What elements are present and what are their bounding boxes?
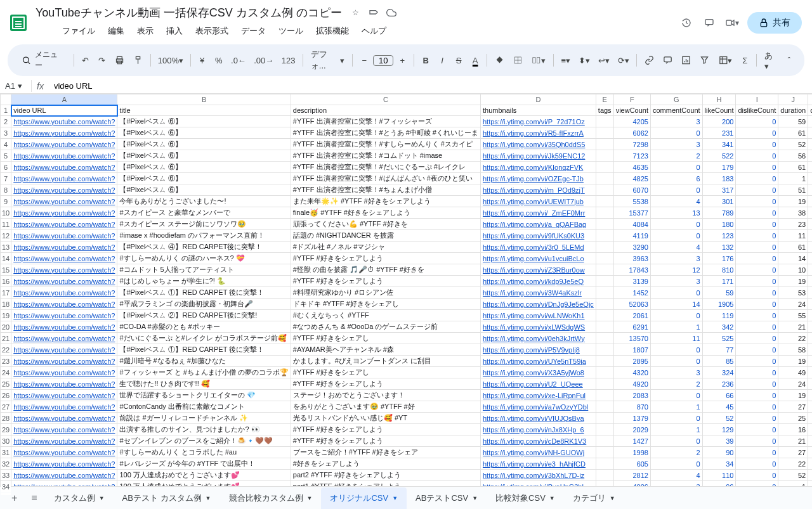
- cell[interactable]: 24: [808, 230, 812, 242]
- cell[interactable]: 66: [702, 390, 736, 401]
- sheet-tab[interactable]: 比較対象CSV▼: [487, 487, 564, 496]
- cell[interactable]: 7298: [613, 139, 650, 150]
- col-header-F[interactable]: F: [613, 94, 650, 105]
- cell[interactable]: 1452: [613, 287, 650, 299]
- cell[interactable]: 24: [808, 333, 812, 344]
- cell[interactable]: 179: [702, 162, 736, 173]
- cell[interactable]: 85: [702, 356, 736, 367]
- cell[interactable]: 【#Pixelベスㄙ ⑥】: [117, 139, 291, 150]
- cell[interactable]: 810: [702, 264, 736, 276]
- cell[interactable]: 301: [702, 196, 736, 207]
- cell[interactable]: [596, 470, 613, 481]
- row-header-9[interactable]: 9: [1, 196, 11, 207]
- cell[interactable]: https://i.ytimg.com/vi/X3A5yjWo8: [480, 367, 596, 378]
- cell[interactable]: 22: [778, 458, 808, 470]
- cell[interactable]: 4: [650, 470, 702, 481]
- row-header-4[interactable]: 4: [1, 139, 11, 150]
- cell[interactable]: 4205: [613, 116, 650, 127]
- redo-button[interactable]: ↷: [95, 51, 110, 69]
- cell[interactable]: 0: [736, 207, 778, 219]
- cell[interactable]: [596, 390, 613, 401]
- row-header-10[interactable]: 10: [1, 207, 11, 219]
- star-icon[interactable]: ☆: [348, 5, 363, 20]
- cell[interactable]: https://i.ytimg.com/vi/cDe8RK1V3: [480, 435, 596, 447]
- cell[interactable]: 24: [808, 184, 812, 196]
- cell[interactable]: 61: [778, 242, 808, 253]
- cell-header[interactable]: likeCount: [702, 105, 736, 116]
- cell[interactable]: https://i.ytimg.com/vi/U2_UQeee: [480, 378, 596, 390]
- cell[interactable]: ブースをご紹介！#YTFF #好きをシェア: [291, 447, 480, 458]
- cell[interactable]: 0: [736, 116, 778, 127]
- cell[interactable]: [596, 242, 613, 253]
- cell[interactable]: 123: [702, 230, 736, 242]
- cell[interactable]: 0: [736, 435, 778, 447]
- cell-header[interactable]: viewCount: [613, 105, 650, 116]
- cell[interactable]: 0: [736, 447, 778, 458]
- cell[interactable]: https://www.youtube.com/watch?: [11, 378, 117, 390]
- cell[interactable]: 16: [778, 424, 808, 435]
- cell[interactable]: #ドズル社 #ノネル #マジシャ: [291, 242, 480, 253]
- cell[interactable]: 【#Pixelベスㄙ ⑥】: [117, 116, 291, 127]
- cell[interactable]: 4825: [613, 173, 650, 184]
- cell[interactable]: https://i.ytimg.com/vi/xe-LiRpnFul: [480, 390, 596, 401]
- halign-button[interactable]: ≡▾: [558, 51, 574, 69]
- cell[interactable]: 56: [778, 150, 808, 162]
- cell[interactable]: https://www.youtube.com/watch?: [11, 413, 117, 424]
- cell[interactable]: 24: [808, 378, 812, 390]
- cell[interactable]: 4320: [613, 367, 650, 378]
- cell[interactable]: [596, 207, 613, 219]
- cell[interactable]: #AYAMAR美ヘアチャンネル #森: [291, 344, 480, 356]
- cell[interactable]: #セブンイレブン のブースをご紹介！🍮🔹🤎🤎: [117, 435, 291, 447]
- cell[interactable]: 0: [736, 196, 778, 207]
- name-box[interactable]: A1 ▾: [0, 80, 32, 92]
- cell[interactable]: https://www.youtube.com/watch?: [11, 276, 117, 287]
- cell[interactable]: #コムドット 5人揃ってアーティスト: [117, 264, 291, 276]
- meet-icon[interactable]: ▾: [724, 15, 740, 30]
- cell[interactable]: 183: [702, 173, 736, 184]
- chart-button[interactable]: [678, 51, 695, 69]
- cell[interactable]: https://i.ytimg.com/vi/m_POd9zjT: [480, 184, 596, 196]
- cell-header[interactable]: tags: [596, 105, 613, 116]
- cell[interactable]: 1: [778, 173, 808, 184]
- cell[interactable]: 341: [702, 139, 736, 150]
- currency-button[interactable]: ¥: [195, 51, 210, 69]
- comments-icon[interactable]: [702, 15, 717, 30]
- cell[interactable]: 0: [650, 162, 702, 173]
- cell[interactable]: 24: [778, 378, 808, 390]
- cell[interactable]: 0: [650, 127, 702, 139]
- cell[interactable]: 49: [778, 367, 808, 378]
- cell[interactable]: 100 万人達成おめでとうございます💕: [117, 470, 291, 481]
- paint-format-button[interactable]: [129, 51, 147, 69]
- cell[interactable]: [596, 230, 613, 242]
- cell[interactable]: https://www.youtube.com/watch?: [11, 470, 117, 481]
- cell[interactable]: https://www.youtube.com/watch?: [11, 458, 117, 470]
- cell[interactable]: https://www.youtube.com/watch?: [11, 196, 117, 207]
- sheet-tab[interactable]: カテゴリ▼: [564, 487, 624, 496]
- cell[interactable]: 2895: [613, 356, 650, 367]
- cell[interactable]: https://i.ytimg.com/vi/R5-fIFxzrrA: [480, 127, 596, 139]
- cell[interactable]: https://i.ytimg.com/vi/e3_hAhjfCD: [480, 458, 596, 470]
- cell[interactable]: [596, 150, 613, 162]
- cell[interactable]: https://i.ytimg.com/vi/a_gQAFBag: [480, 219, 596, 230]
- cell[interactable]: 129: [702, 424, 736, 435]
- cell[interactable]: https://i.ytimg.com/vi/wLNWoKh1: [480, 310, 596, 321]
- cell[interactable]: 19: [778, 196, 808, 207]
- cell[interactable]: [596, 219, 613, 230]
- cell[interactable]: 24: [808, 253, 812, 264]
- cell[interactable]: https://i.ytimg.com/vi/VIUJQsBva: [480, 413, 596, 424]
- cell[interactable]: 0: [736, 127, 778, 139]
- cell[interactable]: #スカイピース ステージ前にソワソワ🥹: [117, 219, 291, 230]
- cell[interactable]: finale🥳 #YTFF #好きをシェアしよう: [291, 207, 480, 219]
- cell[interactable]: 4084: [613, 219, 650, 230]
- cell[interactable]: https://www.youtube.com/watch?: [11, 390, 117, 401]
- cell[interactable]: 24: [808, 219, 812, 230]
- row-header-6[interactable]: 6: [1, 162, 11, 173]
- cell[interactable]: https://i.ytimg.com/vi/UYe5nT59ja: [480, 356, 596, 367]
- cell[interactable]: #すしらーめんりく とコラボした #au: [117, 447, 291, 458]
- filter-button[interactable]: [696, 51, 713, 69]
- cell[interactable]: https://www.youtube.com/watch?: [11, 173, 117, 184]
- cell[interactable]: 0: [736, 264, 778, 276]
- row-header-32[interactable]: 32: [1, 458, 11, 470]
- cell[interactable]: 0: [650, 219, 702, 230]
- cell[interactable]: 23: [778, 219, 808, 230]
